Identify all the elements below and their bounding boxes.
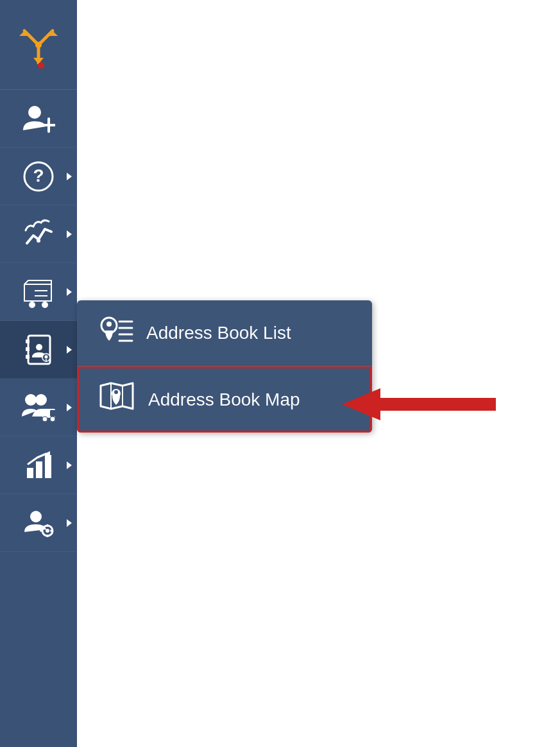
menu-item-address-book-map[interactable]: Address Book Map (77, 366, 372, 433)
svg-point-13 (37, 239, 40, 243)
red-arrow-indicator (342, 379, 509, 433)
add-user-icon (22, 102, 55, 135)
logo-area[interactable] (0, 0, 77, 90)
sidebar-item-settings[interactable] (0, 494, 77, 552)
svg-point-26 (35, 394, 47, 406)
help-arrow (67, 173, 72, 180)
orders-icon (22, 275, 55, 309)
svg-point-8 (28, 106, 41, 119)
svg-point-25 (25, 394, 37, 406)
svg-rect-39 (47, 535, 49, 537)
address-book-list-icon (96, 314, 133, 352)
svg-point-37 (46, 529, 49, 533)
svg-point-14 (29, 302, 35, 308)
optimize-arrow (67, 230, 72, 238)
svg-point-35 (30, 511, 42, 522)
sidebar-item-address-book[interactable] (0, 321, 77, 379)
address-book-arrow (67, 346, 72, 354)
svg-rect-38 (47, 524, 49, 527)
svg-point-6 (35, 42, 42, 48)
settings-arrow (67, 519, 72, 527)
sidebar-item-reports[interactable] (0, 436, 77, 494)
svg-point-29 (42, 416, 47, 422)
svg-point-24 (45, 355, 48, 358)
svg-point-15 (42, 302, 48, 308)
menu-item-address-book-list[interactable]: Address Book List (77, 300, 372, 366)
address-book-list-label: Address Book List (146, 323, 291, 343)
svg-marker-53 (342, 388, 380, 420)
svg-point-7 (38, 62, 44, 69)
help-icon: ? (23, 161, 54, 192)
svg-rect-20 (26, 347, 30, 351)
address-book-icon (22, 333, 55, 366)
svg-rect-52 (380, 398, 496, 411)
svg-point-22 (36, 344, 42, 350)
address-book-map-label: Address Book Map (148, 390, 300, 410)
svg-point-30 (50, 416, 55, 422)
sidebar-item-team-dispatch[interactable] (0, 379, 77, 436)
reports-arrow (67, 461, 72, 469)
svg-point-51 (114, 390, 118, 394)
settings-icon (22, 506, 55, 540)
sidebar-item-orders[interactable] (0, 263, 77, 321)
svg-rect-40 (40, 529, 42, 531)
address-book-dropdown: Address Book List Address Book Map (77, 300, 372, 433)
svg-rect-21 (26, 355, 30, 359)
sidebar-item-add-user[interactable] (0, 90, 77, 148)
team-dispatch-icon (21, 391, 56, 424)
orders-arrow (67, 288, 72, 296)
svg-text:?: ? (33, 166, 44, 185)
svg-rect-31 (27, 468, 33, 478)
reports-icon (22, 449, 55, 482)
app-logo (13, 19, 64, 71)
optimize-icon (22, 218, 55, 251)
svg-rect-28 (50, 410, 56, 416)
team-dispatch-arrow (67, 404, 72, 411)
sidebar: ? (0, 0, 77, 747)
address-book-map-icon (98, 381, 135, 419)
svg-point-43 (106, 322, 112, 327)
sidebar-item-optimize[interactable] (0, 205, 77, 263)
sidebar-item-help[interactable]: ? (0, 148, 77, 205)
svg-rect-33 (45, 455, 51, 478)
svg-rect-19 (26, 339, 30, 343)
svg-rect-32 (36, 461, 42, 478)
svg-rect-41 (50, 529, 53, 531)
